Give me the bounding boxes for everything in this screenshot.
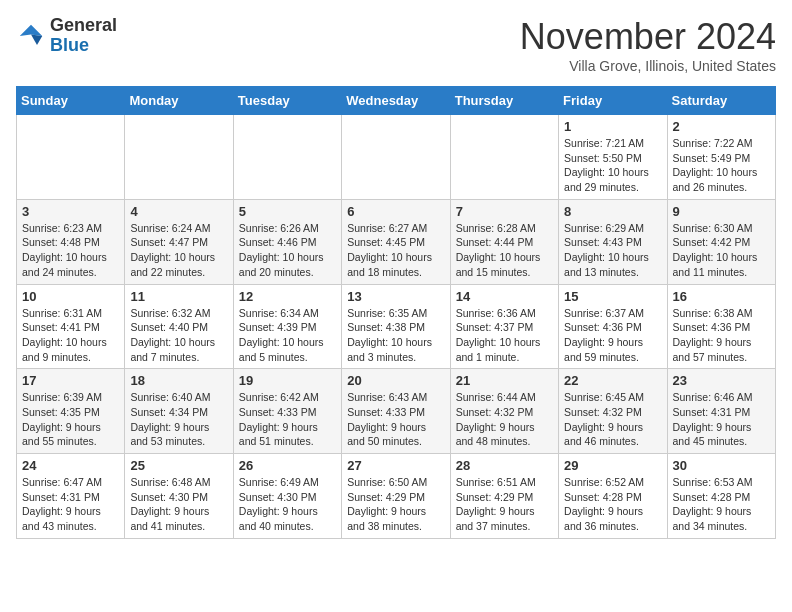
calendar-cell: 14Sunrise: 6:36 AMSunset: 4:37 PMDayligh… (450, 284, 558, 369)
day-info: Sunrise: 6:24 AMSunset: 4:47 PMDaylight:… (130, 221, 227, 280)
svg-marker-1 (31, 34, 42, 45)
calendar-cell: 22Sunrise: 6:45 AMSunset: 4:32 PMDayligh… (559, 369, 667, 454)
location-subtitle: Villa Grove, Illinois, United States (520, 58, 776, 74)
day-number: 25 (130, 458, 227, 473)
calendar-cell: 17Sunrise: 6:39 AMSunset: 4:35 PMDayligh… (17, 369, 125, 454)
day-header-monday: Monday (125, 87, 233, 115)
calendar-cell: 20Sunrise: 6:43 AMSunset: 4:33 PMDayligh… (342, 369, 450, 454)
day-info: Sunrise: 6:36 AMSunset: 4:37 PMDaylight:… (456, 306, 553, 365)
calendar-cell: 9Sunrise: 6:30 AMSunset: 4:42 PMDaylight… (667, 199, 775, 284)
day-number: 1 (564, 119, 661, 134)
day-number: 4 (130, 204, 227, 219)
logo-icon (16, 21, 46, 51)
day-info: Sunrise: 6:44 AMSunset: 4:32 PMDaylight:… (456, 390, 553, 449)
calendar-cell: 3Sunrise: 6:23 AMSunset: 4:48 PMDaylight… (17, 199, 125, 284)
calendar-cell: 28Sunrise: 6:51 AMSunset: 4:29 PMDayligh… (450, 454, 558, 539)
calendar-cell: 27Sunrise: 6:50 AMSunset: 4:29 PMDayligh… (342, 454, 450, 539)
calendar-cell: 5Sunrise: 6:26 AMSunset: 4:46 PMDaylight… (233, 199, 341, 284)
calendar-cell (342, 115, 450, 200)
calendar-table: SundayMondayTuesdayWednesdayThursdayFrid… (16, 86, 776, 539)
calendar-cell: 19Sunrise: 6:42 AMSunset: 4:33 PMDayligh… (233, 369, 341, 454)
calendar-cell: 6Sunrise: 6:27 AMSunset: 4:45 PMDaylight… (342, 199, 450, 284)
day-number: 23 (673, 373, 770, 388)
day-info: Sunrise: 6:49 AMSunset: 4:30 PMDaylight:… (239, 475, 336, 534)
day-number: 24 (22, 458, 119, 473)
day-number: 9 (673, 204, 770, 219)
day-info: Sunrise: 6:47 AMSunset: 4:31 PMDaylight:… (22, 475, 119, 534)
day-number: 26 (239, 458, 336, 473)
logo: General Blue (16, 16, 117, 56)
calendar-body: 1Sunrise: 7:21 AMSunset: 5:50 PMDaylight… (17, 115, 776, 539)
day-number: 7 (456, 204, 553, 219)
day-info: Sunrise: 6:30 AMSunset: 4:42 PMDaylight:… (673, 221, 770, 280)
logo-text: General Blue (50, 16, 117, 56)
day-number: 6 (347, 204, 444, 219)
day-header-wednesday: Wednesday (342, 87, 450, 115)
calendar-cell: 2Sunrise: 7:22 AMSunset: 5:49 PMDaylight… (667, 115, 775, 200)
day-info: Sunrise: 6:23 AMSunset: 4:48 PMDaylight:… (22, 221, 119, 280)
calendar-cell: 29Sunrise: 6:52 AMSunset: 4:28 PMDayligh… (559, 454, 667, 539)
calendar-cell: 4Sunrise: 6:24 AMSunset: 4:47 PMDaylight… (125, 199, 233, 284)
day-number: 22 (564, 373, 661, 388)
calendar-cell: 8Sunrise: 6:29 AMSunset: 4:43 PMDaylight… (559, 199, 667, 284)
day-info: Sunrise: 6:39 AMSunset: 4:35 PMDaylight:… (22, 390, 119, 449)
day-info: Sunrise: 6:46 AMSunset: 4:31 PMDaylight:… (673, 390, 770, 449)
day-number: 17 (22, 373, 119, 388)
calendar-cell: 18Sunrise: 6:40 AMSunset: 4:34 PMDayligh… (125, 369, 233, 454)
calendar-cell: 21Sunrise: 6:44 AMSunset: 4:32 PMDayligh… (450, 369, 558, 454)
calendar-week-1: 1Sunrise: 7:21 AMSunset: 5:50 PMDaylight… (17, 115, 776, 200)
day-info: Sunrise: 6:32 AMSunset: 4:40 PMDaylight:… (130, 306, 227, 365)
title-block: November 2024 Villa Grove, Illinois, Uni… (520, 16, 776, 74)
day-info: Sunrise: 7:21 AMSunset: 5:50 PMDaylight:… (564, 136, 661, 195)
day-number: 14 (456, 289, 553, 304)
calendar-week-4: 17Sunrise: 6:39 AMSunset: 4:35 PMDayligh… (17, 369, 776, 454)
day-header-saturday: Saturday (667, 87, 775, 115)
day-number: 8 (564, 204, 661, 219)
day-info: Sunrise: 6:28 AMSunset: 4:44 PMDaylight:… (456, 221, 553, 280)
day-info: Sunrise: 6:50 AMSunset: 4:29 PMDaylight:… (347, 475, 444, 534)
day-number: 11 (130, 289, 227, 304)
day-number: 21 (456, 373, 553, 388)
calendar-cell: 24Sunrise: 6:47 AMSunset: 4:31 PMDayligh… (17, 454, 125, 539)
day-number: 27 (347, 458, 444, 473)
calendar-cell: 7Sunrise: 6:28 AMSunset: 4:44 PMDaylight… (450, 199, 558, 284)
day-number: 19 (239, 373, 336, 388)
calendar-week-5: 24Sunrise: 6:47 AMSunset: 4:31 PMDayligh… (17, 454, 776, 539)
calendar-cell (450, 115, 558, 200)
day-header-friday: Friday (559, 87, 667, 115)
day-info: Sunrise: 6:38 AMSunset: 4:36 PMDaylight:… (673, 306, 770, 365)
day-number: 10 (22, 289, 119, 304)
calendar-cell: 1Sunrise: 7:21 AMSunset: 5:50 PMDaylight… (559, 115, 667, 200)
day-info: Sunrise: 6:34 AMSunset: 4:39 PMDaylight:… (239, 306, 336, 365)
calendar-cell (125, 115, 233, 200)
day-info: Sunrise: 6:45 AMSunset: 4:32 PMDaylight:… (564, 390, 661, 449)
day-info: Sunrise: 6:37 AMSunset: 4:36 PMDaylight:… (564, 306, 661, 365)
calendar-cell: 30Sunrise: 6:53 AMSunset: 4:28 PMDayligh… (667, 454, 775, 539)
day-info: Sunrise: 6:52 AMSunset: 4:28 PMDaylight:… (564, 475, 661, 534)
calendar-cell (17, 115, 125, 200)
day-info: Sunrise: 6:35 AMSunset: 4:38 PMDaylight:… (347, 306, 444, 365)
calendar-cell: 11Sunrise: 6:32 AMSunset: 4:40 PMDayligh… (125, 284, 233, 369)
day-number: 2 (673, 119, 770, 134)
day-info: Sunrise: 6:40 AMSunset: 4:34 PMDaylight:… (130, 390, 227, 449)
calendar-cell: 13Sunrise: 6:35 AMSunset: 4:38 PMDayligh… (342, 284, 450, 369)
day-info: Sunrise: 6:31 AMSunset: 4:41 PMDaylight:… (22, 306, 119, 365)
day-header-sunday: Sunday (17, 87, 125, 115)
calendar-cell: 23Sunrise: 6:46 AMSunset: 4:31 PMDayligh… (667, 369, 775, 454)
calendar-week-2: 3Sunrise: 6:23 AMSunset: 4:48 PMDaylight… (17, 199, 776, 284)
day-number: 16 (673, 289, 770, 304)
calendar-cell (233, 115, 341, 200)
calendar-cell: 16Sunrise: 6:38 AMSunset: 4:36 PMDayligh… (667, 284, 775, 369)
calendar-header: SundayMondayTuesdayWednesdayThursdayFrid… (17, 87, 776, 115)
calendar-week-3: 10Sunrise: 6:31 AMSunset: 4:41 PMDayligh… (17, 284, 776, 369)
day-info: Sunrise: 6:51 AMSunset: 4:29 PMDaylight:… (456, 475, 553, 534)
day-info: Sunrise: 6:53 AMSunset: 4:28 PMDaylight:… (673, 475, 770, 534)
calendar-cell: 12Sunrise: 6:34 AMSunset: 4:39 PMDayligh… (233, 284, 341, 369)
day-info: Sunrise: 6:29 AMSunset: 4:43 PMDaylight:… (564, 221, 661, 280)
day-number: 15 (564, 289, 661, 304)
day-info: Sunrise: 6:27 AMSunset: 4:45 PMDaylight:… (347, 221, 444, 280)
calendar-cell: 25Sunrise: 6:48 AMSunset: 4:30 PMDayligh… (125, 454, 233, 539)
calendar-cell: 15Sunrise: 6:37 AMSunset: 4:36 PMDayligh… (559, 284, 667, 369)
calendar-cell: 10Sunrise: 6:31 AMSunset: 4:41 PMDayligh… (17, 284, 125, 369)
day-number: 29 (564, 458, 661, 473)
